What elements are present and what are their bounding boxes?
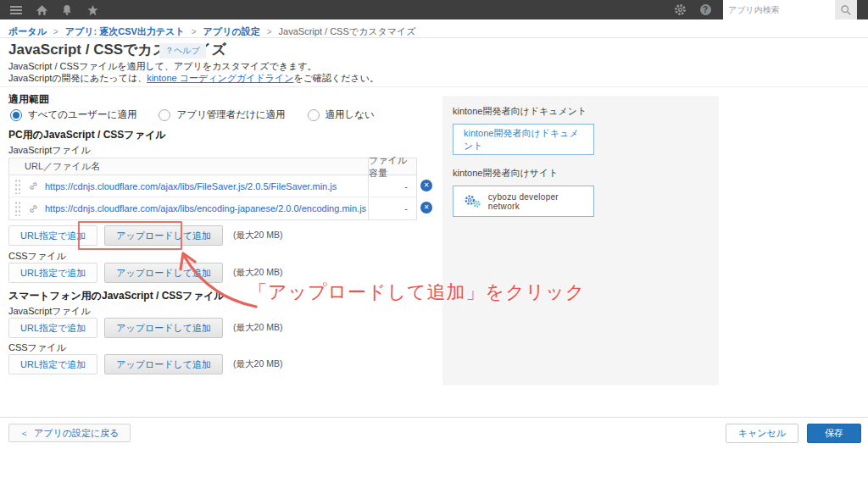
radio-unselected-icon[interactable] — [159, 109, 170, 121]
max-size-note: (最大20 MB) — [233, 358, 282, 370]
header-divider — [0, 37, 868, 38]
js-file-table: URL／ファイル名 ファイル容量 https://cdnjs.cloudflar… — [8, 158, 417, 220]
radio-apply-all-users[interactable]: すべてのユーザーに適用 — [10, 108, 136, 121]
pc-js-buttons-row: URL指定で追加 アップロードして追加 (最大20 MB) — [8, 225, 282, 246]
save-button[interactable]: 保存 — [807, 424, 861, 443]
js-file-url-link[interactable]: https://cdnjs.cloudflare.com/ajax/libs/F… — [45, 181, 337, 191]
cybozu-gears-icon — [464, 193, 482, 209]
kintone-customize-settings-page: ? ポータル > アプリ: 逐次CSV出力テスト > アプリの設定 > Java… — [0, 0, 868, 488]
description2-prefix: JavaScriptの開発にあたっては、 — [8, 73, 147, 83]
breadcrumb-portal-link[interactable]: ポータル — [8, 26, 47, 36]
help-icon[interactable]: ? — [696, 0, 715, 19]
mobile-js-buttons-row: URL指定で追加 アップロードして追加 (最大20 MB) — [8, 318, 282, 338]
table-row: https://cdnjs.cloudflare.com/ajax/libs/F… — [9, 175, 416, 197]
coding-guideline-link[interactable]: kintone コーディングガイドライン — [147, 73, 293, 83]
developer-docs-link: kintone開発者向けドキュメント — [464, 127, 583, 152]
page-description-line1: JavaScript / CSSファイルを適用して、アプリをカスタマイズできます… — [8, 60, 317, 73]
radio-label: アプリ管理者だけに適用 — [176, 108, 285, 121]
add-by-url-button[interactable]: URL指定で追加 — [8, 225, 97, 246]
page-description-line2: JavaScriptの開発にあたっては、kintone コーディングガイドライン… — [8, 72, 379, 85]
breadcrumb-separator: > — [53, 27, 58, 36]
chevron-left-icon: ＜ — [19, 427, 29, 440]
settings-gear-icon[interactable] — [670, 0, 689, 19]
developer-resources-panel: kintone開発者向けドキュメント kintone開発者向けドキュメント ki… — [442, 96, 719, 385]
pc-css-files-label: CSSファイル — [8, 250, 66, 263]
footer-divider — [0, 417, 868, 418]
max-size-note: (最大20 MB) — [233, 230, 282, 241]
breadcrumb-separator: > — [267, 27, 272, 36]
add-by-upload-button[interactable]: アップロードして追加 — [104, 225, 223, 246]
radio-label: 適用しない — [326, 108, 375, 121]
breadcrumb: ポータル > アプリ: 逐次CSV出力テスト > アプリの設定 > JavaSc… — [8, 25, 416, 38]
menu-icon[interactable] — [7, 0, 25, 19]
back-button-label: アプリの設定に戻る — [34, 427, 120, 440]
back-to-app-settings-button[interactable]: ＜ アプリの設定に戻る — [8, 424, 131, 442]
section-divider — [0, 86, 868, 87]
breadcrumb-app-link[interactable]: アプリ: 逐次CSV出力テスト — [65, 26, 185, 36]
drag-handle[interactable] — [14, 201, 22, 216]
radio-apply-admins-only[interactable]: アプリ管理者だけに適用 — [159, 108, 285, 121]
delete-file-button[interactable]: ✕ — [420, 180, 432, 191]
radio-label: すべてのユーザーに適用 — [28, 108, 136, 121]
file-size-value: - — [368, 197, 416, 219]
add-by-url-button[interactable]: URL指定で追加 — [8, 354, 97, 374]
home-icon[interactable] — [32, 0, 51, 19]
developer-network-link-box[interactable]: cybozu developer network — [453, 186, 594, 217]
search-icon — [840, 4, 852, 16]
column-header-filesize: ファイル容量 — [368, 158, 416, 175]
add-by-upload-button[interactable]: アップロードして追加 — [104, 318, 223, 338]
add-by-upload-button[interactable]: アップロードして追加 — [104, 263, 223, 283]
add-by-upload-button[interactable]: アップロードして追加 — [104, 354, 223, 374]
column-header-url-filename: URL／ファイル名 — [9, 158, 368, 175]
developer-docs-link-box[interactable]: kintone開発者向けドキュメント — [453, 124, 594, 155]
pc-css-buttons-row: URL指定で追加 アップロードして追加 (最大20 MB) — [8, 263, 282, 283]
max-size-note: (最大20 MB) — [233, 322, 282, 334]
table-row: https://cdnjs.cloudflare.com/ajax/libs/e… — [9, 197, 416, 219]
favorites-star-icon[interactable] — [83, 0, 102, 19]
notification-bell-icon[interactable] — [58, 0, 76, 19]
help-icon-glyph: ? — [700, 4, 711, 15]
pc-js-files-label: JavaScriptファイル — [8, 144, 90, 157]
search-button[interactable] — [835, 0, 857, 19]
scope-radio-group: すべてのユーザーに適用 アプリ管理者だけに適用 適用しない — [10, 108, 375, 121]
drag-handle[interactable] — [14, 179, 22, 194]
developer-site-label: kintone開発者向けサイト — [453, 167, 719, 180]
radio-selected-icon[interactable] — [10, 109, 22, 121]
add-by-url-button[interactable]: URL指定で追加 — [8, 263, 97, 283]
help-link[interactable]: ？ヘルプ — [159, 43, 206, 58]
breadcrumb-app-settings-link[interactable]: アプリの設定 — [203, 26, 260, 36]
mobile-css-files-label: CSSファイル — [8, 341, 66, 354]
footer-actions: キャンセル 保存 — [726, 424, 861, 443]
description2-suffix: をご確認ください。 — [294, 73, 380, 83]
app-search-input[interactable] — [723, 0, 835, 19]
mobile-css-buttons-row: URL指定で追加 アップロードして追加 (最大20 MB) — [8, 354, 282, 374]
developer-network-link: cybozu developer network — [488, 192, 583, 211]
js-file-url-link[interactable]: https://cdnjs.cloudflare.com/ajax/libs/e… — [45, 203, 366, 214]
radio-unselected-icon[interactable] — [308, 109, 320, 121]
breadcrumb-separator: > — [192, 27, 197, 36]
pc-section-title: PC用のJavaScript / CSSファイル — [8, 128, 165, 142]
mobile-section-title: スマートフォン用のJavaScript / CSSファイル — [8, 289, 224, 303]
mobile-js-files-label: JavaScriptファイル — [8, 305, 90, 318]
link-icon — [28, 203, 39, 214]
table-header-row: URL／ファイル名 ファイル容量 — [9, 158, 416, 175]
file-size-value: - — [368, 175, 416, 197]
delete-file-button[interactable]: ✕ — [420, 202, 432, 214]
topbar: ? — [0, 0, 868, 19]
breadcrumb-current: JavaScript / CSSでカスタマイズ — [279, 26, 416, 36]
cancel-button[interactable]: キャンセル — [726, 424, 798, 443]
add-by-url-button[interactable]: URL指定で追加 — [8, 318, 97, 338]
link-icon — [28, 180, 39, 191]
radio-do-not-apply[interactable]: 適用しない — [308, 108, 375, 121]
max-size-note: (最大20 MB) — [233, 267, 282, 279]
scope-label: 適用範囲 — [8, 92, 49, 107]
developer-docs-label: kintone開発者向けドキュメント — [453, 105, 719, 118]
